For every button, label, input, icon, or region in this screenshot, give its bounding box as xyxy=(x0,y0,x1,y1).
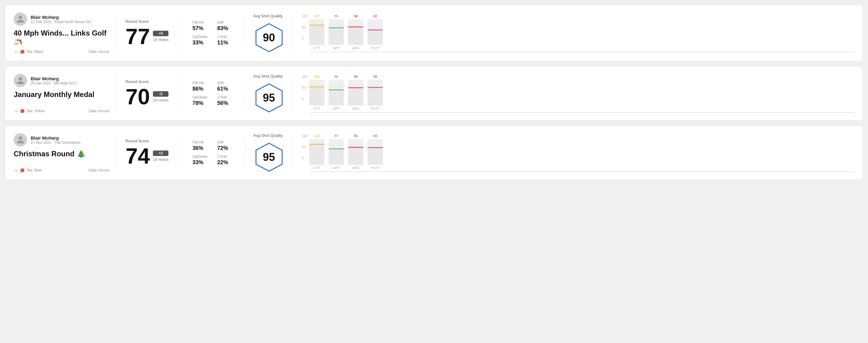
round-card: Blair McHarg 12 Feb 2022 · Royal North D… xyxy=(5,5,863,61)
holes-label: 18 Holes xyxy=(153,37,168,42)
bar-line-app xyxy=(329,89,344,90)
chart-section: 100 50 0 110 OTT 87 APP xyxy=(293,133,854,173)
bar-line-ott xyxy=(309,144,324,145)
bar-line-app xyxy=(329,148,344,149)
fw-hit-stat: FW Hit 57% xyxy=(192,20,211,32)
bar-line-ott xyxy=(309,25,324,26)
bar-line-putt xyxy=(368,147,383,148)
bar-fill-app xyxy=(329,90,344,105)
user-info: Blair McHarg 27 Dec 2021 · The Oxfordshi… xyxy=(14,133,110,147)
quality-label: Avg Shot Quality xyxy=(253,14,283,18)
bar-wrapper-app xyxy=(329,80,344,105)
bar-line-app xyxy=(329,27,344,28)
cloud-icon: ☁️ xyxy=(14,168,18,173)
one-putt-value: 11% xyxy=(217,39,236,46)
up-down-label: Up/Down xyxy=(192,154,211,159)
user-info: Blair McHarg 12 Feb 2022 · Royal North D… xyxy=(14,12,110,26)
score-row: 77 +5 18 Holes xyxy=(126,26,175,48)
fw-hit-label: FW Hit xyxy=(192,20,211,25)
bar-value-app: 95 xyxy=(335,14,338,18)
bar-label-ott: OTT xyxy=(313,107,320,111)
up-down-value: 78% xyxy=(192,100,211,106)
bar-group-ott: 107 OTT xyxy=(309,14,324,50)
score-badge: +5 xyxy=(153,31,168,36)
bar-wrapper-putt xyxy=(368,80,383,105)
holes-label: 18 Holes xyxy=(153,98,168,102)
y-axis-0: 0 xyxy=(302,36,307,40)
bar-line-ott xyxy=(309,86,324,87)
bar-fill-arg xyxy=(348,88,363,105)
y-axis-100: 100 xyxy=(302,14,307,18)
gir-value: 72% xyxy=(217,145,236,151)
cloud-icon: ☁️ xyxy=(14,109,18,113)
cloud-icon: ☁️ xyxy=(14,50,18,54)
bar-line-arg xyxy=(348,27,363,27)
bar-group-ott: 110 OTT xyxy=(309,134,324,170)
bar-label-arg: ARG xyxy=(352,166,359,170)
user-details: Blair McHarg 29 Jan 2022 · Mill Ride GCC xyxy=(31,76,77,86)
data-source: Data: Arccos xyxy=(89,168,110,173)
gir-stat: GIR 61% xyxy=(217,81,236,92)
bar-value-ott: 107 xyxy=(314,14,319,18)
bar-group-arg: 98 ARG xyxy=(348,14,363,50)
gir-value: 61% xyxy=(217,86,236,92)
chart-section: 100 50 0 101 OTT 86 APP xyxy=(293,74,854,113)
quality-section: Avg Shot Quality 95 xyxy=(245,74,293,113)
tee-info: ☁️ 🎒 Tee: Yellow xyxy=(14,109,45,113)
quality-score: 90 xyxy=(263,31,275,44)
fw-hit-value: 36% xyxy=(192,145,211,151)
user-details: Blair McHarg 27 Dec 2021 · The Oxfordshi… xyxy=(31,135,81,145)
tee-label: Tee: Black xyxy=(26,50,43,54)
up-down-stat: Up/Down 33% xyxy=(192,35,211,46)
bar-value-app: 86 xyxy=(335,75,338,79)
round-card: Blair McHarg 29 Jan 2022 · Mill Ride GCC… xyxy=(5,66,863,121)
bar-label-putt: PUTT xyxy=(371,107,380,111)
round-title: January Monthly Medal xyxy=(14,90,110,99)
stats-grid: FW Hit 57% GIR 83% Up/Down 33% 1 Putt 11… xyxy=(192,20,236,46)
quality-label: Avg Shot Quality xyxy=(253,74,283,79)
bar-group-arg: 96 ARG xyxy=(348,75,363,111)
bar-label-putt: PUTT xyxy=(371,46,380,50)
big-score: 74 xyxy=(126,145,150,167)
user-meta: 29 Jan 2022 · Mill Ride GCC xyxy=(31,81,77,86)
left-section: Blair McHarg 12 Feb 2022 · Royal North D… xyxy=(14,12,117,54)
bottom-info: ☁️ 🎒 Tee: Blue Data: Arccos xyxy=(14,168,110,173)
bar-fill-ott xyxy=(309,87,324,105)
user-meta: 27 Dec 2021 · The Oxfordshire xyxy=(31,141,81,145)
hexagon-container: 90 xyxy=(254,23,284,53)
avatar xyxy=(14,74,27,87)
bottom-info: ☁️ 🎒 Tee: Black Data: Arccos xyxy=(14,50,110,54)
score-section: Round Score 70 -2 18 Holes xyxy=(117,74,184,113)
score-badge: -2 xyxy=(153,91,168,97)
quality-section: Avg Shot Quality 90 xyxy=(245,12,293,54)
stats-section: FW Hit 36% GIR 72% Up/Down 33% 1 Putt 22… xyxy=(184,133,245,173)
fw-hit-value: 86% xyxy=(192,86,211,92)
bar-line-putt xyxy=(368,30,383,30)
left-section: Blair McHarg 29 Jan 2022 · Mill Ride GCC… xyxy=(14,74,117,113)
tee-info: ☁️ 🎒 Tee: Blue xyxy=(14,168,42,173)
up-down-stat: Up/Down 78% xyxy=(192,95,211,106)
y-axis-100: 100 xyxy=(302,75,307,79)
bar-fill-arg xyxy=(348,148,363,164)
one-putt-label: 1 Putt xyxy=(217,35,236,39)
big-score: 70 xyxy=(126,86,150,107)
bar-label-arg: ARG xyxy=(352,46,359,50)
person-icon xyxy=(16,136,25,144)
bar-wrapper-app xyxy=(329,19,344,45)
round-title: 40 Mph Winds... Links Golf 🪃 xyxy=(14,29,110,46)
big-score: 77 xyxy=(126,26,150,48)
y-axis-0: 0 xyxy=(302,97,307,101)
bar-value-ott: 101 xyxy=(314,75,319,79)
score-section: Round Score 77 +5 18 Holes xyxy=(117,12,184,54)
bar-wrapper-arg xyxy=(348,80,363,105)
bar-value-arg: 95 xyxy=(354,134,358,138)
bar-wrapper-ott xyxy=(309,80,324,105)
user-details: Blair McHarg 12 Feb 2022 · Royal North D… xyxy=(31,14,92,24)
bar-group-app: 86 APP xyxy=(329,75,344,111)
person-icon xyxy=(16,76,25,85)
one-putt-stat: 1 Putt 22% xyxy=(217,154,236,166)
score-details: +5 18 Holes xyxy=(153,31,168,42)
hexagon-container: 95 xyxy=(254,83,284,113)
up-down-label: Up/Down xyxy=(192,35,211,39)
one-putt-value: 22% xyxy=(217,159,236,166)
